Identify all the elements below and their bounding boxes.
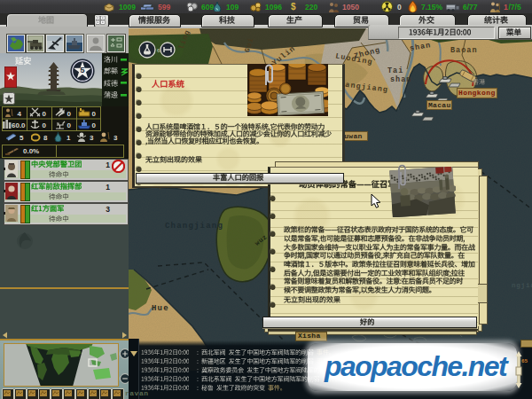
svg-text:5: 5	[80, 65, 85, 74]
